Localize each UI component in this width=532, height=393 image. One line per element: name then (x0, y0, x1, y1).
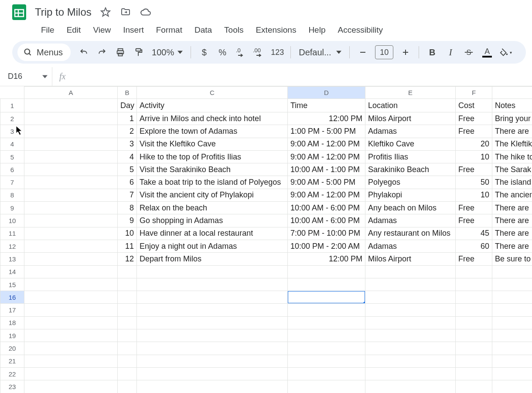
row-header-6[interactable]: 6 (0, 163, 24, 176)
row-header-14[interactable]: 14 (0, 265, 24, 278)
cell-C20[interactable] (137, 342, 288, 355)
cell-E23[interactable] (365, 380, 456, 393)
sheets-logo-icon[interactable] (10, 3, 29, 22)
cell-A5[interactable] (24, 150, 118, 163)
cell-F13[interactable]: Free (456, 253, 492, 265)
cell-G11[interactable]: There are (492, 227, 532, 240)
cell-G16[interactable] (492, 291, 532, 304)
cell-C7[interactable]: Take a boat trip to the island of Polyeg… (137, 176, 288, 189)
row-header-15[interactable]: 15 (0, 278, 24, 291)
cell-G21[interactable] (492, 355, 532, 367)
row-header-20[interactable]: 20 (0, 342, 24, 355)
cell-C19[interactable] (137, 329, 288, 342)
document-title[interactable]: Trip to Milos (35, 6, 92, 18)
cell-A21[interactable] (24, 355, 118, 367)
row-header-4[interactable]: 4 (0, 138, 24, 150)
cell-C17[interactable] (137, 304, 288, 316)
cell-D3[interactable]: 1:00 PM - 5:00 PM (288, 125, 365, 138)
cell-A3[interactable] (24, 125, 118, 138)
cell-C12[interactable]: Enjoy a night out in Adamas (137, 240, 288, 252)
cell-E4[interactable]: Kleftiko Cave (365, 138, 456, 150)
cell-A13[interactable] (24, 253, 118, 265)
cell-F2[interactable]: Free (456, 112, 492, 125)
cell-G22[interactable] (492, 367, 532, 380)
cell-G19[interactable] (492, 329, 532, 342)
cell-G6[interactable]: The Sarak (492, 163, 532, 176)
font-select[interactable]: Defaul... (296, 47, 344, 58)
cell-F12[interactable]: 60 (456, 240, 492, 252)
undo-button[interactable] (76, 44, 92, 60)
cell-A8[interactable] (24, 189, 118, 201)
cell-G3[interactable]: There are (492, 125, 532, 138)
cell-C13[interactable]: Depart from Milos (137, 253, 288, 265)
cell-G20[interactable] (492, 342, 532, 355)
cell-B2[interactable]: 1 (118, 112, 137, 125)
cell-E9[interactable]: Any beach on Milos (365, 202, 456, 214)
select-all-corner[interactable] (0, 87, 24, 99)
cell-G14[interactable] (492, 265, 532, 278)
cell-G10[interactable]: There are (492, 214, 532, 227)
cell-D23[interactable] (288, 380, 365, 393)
cell-G1[interactable]: Notes (492, 99, 532, 112)
print-button[interactable] (113, 44, 128, 60)
cell-A10[interactable] (24, 214, 118, 227)
cell-D9[interactable]: 10:00 AM - 6:00 PM (288, 202, 365, 214)
menu-file[interactable]: File (36, 24, 60, 37)
redo-button[interactable] (94, 44, 110, 60)
cell-A4[interactable] (24, 138, 118, 150)
cell-G17[interactable] (492, 304, 532, 316)
cell-G4[interactable]: The Kleftik (492, 138, 532, 150)
cell-C1[interactable]: Activity (137, 99, 288, 112)
cell-F7[interactable]: 50 (456, 176, 492, 189)
cell-C16[interactable] (137, 291, 288, 304)
percent-button[interactable]: % (215, 44, 230, 60)
cell-E17[interactable] (365, 304, 456, 316)
cell-B21[interactable] (118, 355, 137, 367)
menu-insert[interactable]: Insert (118, 24, 149, 37)
cell-A7[interactable] (24, 176, 118, 189)
cell-C22[interactable] (137, 367, 288, 380)
cell-D14[interactable] (288, 265, 365, 278)
cell-B19[interactable] (118, 329, 137, 342)
cell-A6[interactable] (24, 163, 118, 176)
cell-D10[interactable]: 10:00 AM - 6:00 PM (288, 214, 365, 227)
cell-B1[interactable]: Day (118, 99, 137, 112)
cell-B14[interactable] (118, 265, 137, 278)
cell-A17[interactable] (24, 304, 118, 316)
cell-C15[interactable] (137, 278, 288, 291)
cell-B16[interactable] (118, 291, 137, 304)
decrease-font-button[interactable] (355, 44, 371, 60)
menu-tools[interactable]: Tools (219, 24, 249, 37)
cell-A9[interactable] (24, 202, 118, 214)
cell-F8[interactable]: 10 (456, 189, 492, 201)
paint-format-button[interactable] (131, 44, 147, 60)
cell-E3[interactable]: Adamas (365, 125, 456, 138)
selection-handle[interactable] (363, 302, 365, 304)
cell-D16[interactable] (288, 291, 365, 304)
cell-G18[interactable] (492, 316, 532, 329)
text-color-button[interactable]: A (479, 44, 495, 60)
font-size-input[interactable]: 10 (375, 45, 393, 59)
col-header-E[interactable]: E (365, 87, 456, 99)
row-header-23[interactable]: 23 (0, 380, 24, 393)
cell-C10[interactable]: Go shopping in Adamas (137, 214, 288, 227)
cell-E6[interactable]: Sarakiniko Beach (365, 163, 456, 176)
cell-E2[interactable]: Milos Airport (365, 112, 456, 125)
col-header-G[interactable] (492, 87, 532, 99)
cell-C11[interactable]: Have dinner at a local restaurant (137, 227, 288, 240)
cell-C9[interactable]: Relax on the beach (137, 202, 288, 214)
row-header-11[interactable]: 11 (0, 227, 24, 240)
menu-accessibility[interactable]: Accessibility (332, 24, 388, 37)
cloud-status-icon[interactable] (140, 6, 152, 18)
cell-E16[interactable] (365, 291, 456, 304)
cell-B17[interactable] (118, 304, 137, 316)
cell-D21[interactable] (288, 355, 365, 367)
cell-F10[interactable]: Free (456, 214, 492, 227)
cell-F3[interactable]: Free (456, 125, 492, 138)
cell-D17[interactable] (288, 304, 365, 316)
cell-C8[interactable]: Visit the ancient city of Phylakopi (137, 189, 288, 201)
row-header-9[interactable]: 9 (0, 202, 24, 214)
cell-F21[interactable] (456, 355, 492, 367)
cell-G12[interactable]: There are (492, 240, 532, 252)
row-header-1[interactable]: 1 (0, 99, 24, 112)
